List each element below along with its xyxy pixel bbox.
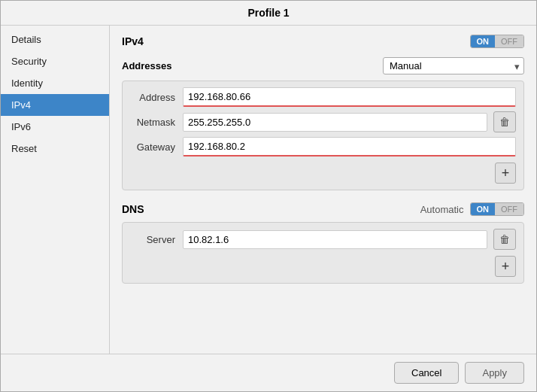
- addresses-mode-wrapper[interactable]: Manual Automatic (DHCP) Link-Local Only …: [383, 57, 524, 74]
- dialog-title: Profile 1: [1, 1, 536, 26]
- sidebar-item-security[interactable]: Security: [1, 50, 109, 72]
- netmask-label: Netmask: [130, 117, 183, 128]
- sidebar-item-identity[interactable]: Identity: [1, 72, 109, 94]
- dns-auto-label: Automatic: [420, 204, 464, 215]
- netmask-input[interactable]: [183, 113, 487, 132]
- sidebar-item-reset[interactable]: Reset: [1, 138, 109, 160]
- apply-button[interactable]: Apply: [465, 362, 524, 384]
- dns-toggle[interactable]: ON OFF: [470, 202, 525, 216]
- addresses-row: Addresses Manual Automatic (DHCP) Link-L…: [122, 57, 524, 74]
- sidebar: Details Security Identity IPv4 IPv6 Rese…: [1, 26, 110, 354]
- ipv4-toggle-off[interactable]: OFF: [495, 35, 523, 47]
- dns-title: DNS: [122, 203, 144, 215]
- ipv4-toggle[interactable]: ON OFF: [470, 35, 525, 48]
- delete-server-button[interactable]: 🗑: [493, 229, 516, 250]
- add-server-button[interactable]: +: [495, 256, 516, 277]
- gateway-field-row: Gateway: [130, 137, 516, 156]
- addresses-mode-select[interactable]: Manual Automatic (DHCP) Link-Local Only …: [383, 57, 524, 74]
- netmask-field-row: Netmask 🗑: [130, 111, 516, 132]
- add-server-row: +: [130, 254, 516, 277]
- gateway-input[interactable]: [183, 137, 516, 156]
- sidebar-item-details[interactable]: Details: [1, 29, 109, 50]
- address-field-row: Address: [130, 87, 516, 107]
- ipv4-section-header: IPv4 ON OFF: [122, 35, 524, 48]
- main-content: IPv4 ON OFF Addresses Manual Automatic (…: [110, 26, 536, 354]
- dialog-footer: Cancel Apply: [1, 354, 536, 391]
- address-label: Address: [130, 92, 183, 103]
- ipv4-toggle-on[interactable]: ON: [471, 35, 496, 47]
- server-label: Server: [130, 234, 183, 245]
- dns-toggle-on[interactable]: ON: [471, 203, 496, 215]
- trash-icon: 🗑: [499, 116, 510, 128]
- dns-section-header: DNS Automatic ON OFF: [122, 202, 524, 216]
- dialog-body: Details Security Identity IPv4 IPv6 Rese…: [1, 26, 536, 354]
- sidebar-item-ipv6[interactable]: IPv6: [1, 116, 109, 138]
- address-fields-box: Address Netmask 🗑 Gateway: [122, 81, 524, 190]
- plus-icon-dns: +: [502, 260, 510, 273]
- server-input[interactable]: [183, 230, 487, 249]
- delete-address-button[interactable]: 🗑: [493, 111, 516, 132]
- sidebar-item-ipv4[interactable]: IPv4: [1, 94, 109, 116]
- add-address-button[interactable]: +: [495, 163, 516, 184]
- cancel-button[interactable]: Cancel: [394, 362, 459, 384]
- plus-icon: +: [502, 166, 510, 180]
- dns-fields-box: Server 🗑 +: [122, 222, 524, 284]
- server-field-row: Server 🗑: [130, 229, 516, 250]
- addresses-label: Addresses: [122, 60, 171, 71]
- trash-icon-dns: 🗑: [499, 233, 510, 245]
- address-input[interactable]: [183, 87, 516, 107]
- ipv4-title: IPv4: [122, 35, 144, 47]
- add-address-row: +: [130, 161, 516, 184]
- dns-toggle-off[interactable]: OFF: [495, 203, 523, 215]
- dialog-window: Profile 1 Details Security Identity IPv4…: [0, 0, 537, 392]
- gateway-label: Gateway: [130, 141, 183, 153]
